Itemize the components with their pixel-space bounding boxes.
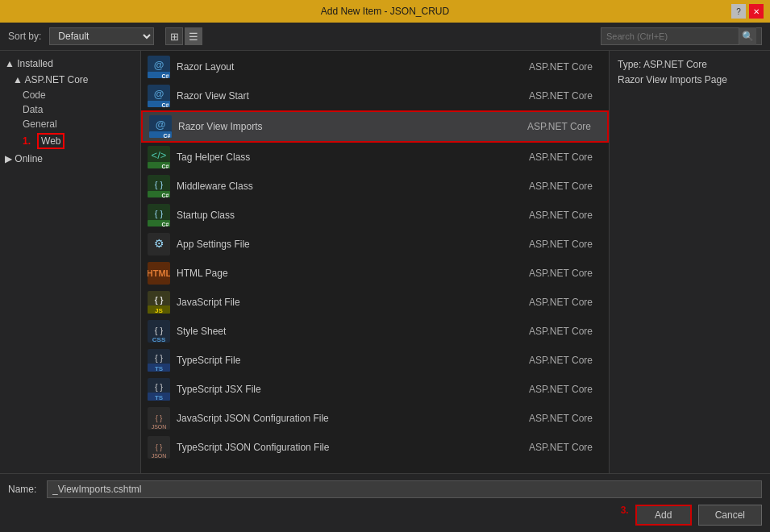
file-item-name: JavaScript JSON Configuration File (177, 413, 515, 424)
file-item-type: ASP.NET Core (522, 413, 602, 424)
svg-text:{ }: { } (155, 326, 164, 335)
file-item-type: ASP.NET Core (522, 61, 602, 73)
file-icon: </> C# (148, 146, 170, 168)
search-input[interactable] (601, 30, 739, 43)
sidebar-item-online[interactable]: ▶ Online (0, 151, 140, 167)
file-item-type: ASP.NET Core (522, 90, 602, 102)
sidebar-item-aspnet[interactable]: ▲ ASP.NET Core (0, 72, 140, 88)
list-item[interactable]: { } JS JavaScript FileASP.NET Core (141, 288, 609, 317)
svg-text:CSS: CSS (152, 336, 166, 343)
file-item-name: JavaScript File (177, 297, 515, 308)
svg-text:{ }: { } (156, 443, 163, 451)
file-item-name: TypeScript JSON Configuration File (177, 442, 515, 453)
svg-text:</>: </> (152, 149, 167, 161)
file-icon: { } JS (148, 291, 170, 314)
file-item-type: ASP.NET Core (522, 152, 602, 163)
file-item-type: ASP.NET Core (522, 268, 602, 279)
svg-text:TS: TS (155, 365, 164, 372)
file-item-type: ASP.NET Core (522, 181, 602, 192)
search-box: 🔍 (601, 27, 762, 45)
list-item[interactable]: { } C# Middleware ClassASP.NET Core (141, 172, 609, 201)
list-item[interactable]: @ C# Razor View ImportsASP.NET Core (141, 110, 609, 143)
file-icon: { } C# (148, 175, 170, 197)
aspnet-label: ▲ ASP.NET Core (13, 74, 88, 85)
list-item[interactable]: @ C# Razor View StartASP.NET Core (141, 81, 609, 110)
file-icon: ⚙ (148, 233, 170, 256)
online-label: ▶ Online (5, 153, 43, 164)
close-button[interactable]: ✕ (749, 4, 764, 19)
toolbar: Sort by: Default ⊞ ☰ 🔍 (0, 23, 770, 51)
list-item[interactable]: </> C# Tag Helper ClassASP.NET Core (141, 143, 609, 172)
svg-text:C#: C# (162, 164, 169, 168)
sidebar-item-data[interactable]: Data (0, 102, 140, 117)
sort-select[interactable]: Default (49, 27, 154, 45)
svg-text:@: @ (154, 88, 164, 100)
svg-text:⚙: ⚙ (154, 237, 164, 250)
content-area: ▲ Installed ▲ ASP.NET Core Code Data Gen… (0, 51, 770, 473)
file-item-name: TypeScript File (177, 355, 515, 366)
buttons-row: 3. Add Cancel (8, 505, 762, 526)
file-item-type: ASP.NET Core (522, 239, 602, 250)
svg-text:C#: C# (162, 222, 169, 227)
list-item[interactable]: { } TS TypeScript FileASP.NET Core (141, 346, 609, 375)
svg-text:JS: JS (155, 307, 163, 314)
svg-text:{ }: { } (155, 354, 163, 363)
file-icon: { } JSON (148, 407, 170, 430)
name-input[interactable] (47, 480, 762, 498)
file-item-name: App Settings File (177, 239, 515, 250)
svg-text:{ }: { } (155, 209, 164, 218)
list-item[interactable]: ⚙ App Settings FileASP.NET Core (141, 230, 609, 259)
svg-text:TS: TS (155, 394, 164, 401)
svg-text:{ }: { } (155, 296, 164, 305)
list-view-button[interactable]: ☰ (185, 27, 202, 45)
sidebar-item-general[interactable]: General (0, 117, 140, 131)
list-item[interactable]: HTML HTML PageASP.NET Core (141, 259, 609, 288)
title-bar: Add New Item - JSON_CRUD ? ✕ (0, 0, 770, 23)
search-icon-button[interactable]: 🔍 (739, 27, 756, 45)
grid-view-button[interactable]: ⊞ (165, 27, 183, 45)
svg-text:JSON: JSON (152, 453, 167, 459)
list-item[interactable]: { } CSS Style SheetASP.NET Core (141, 317, 609, 346)
sidebar-item-code[interactable]: Code (0, 88, 140, 102)
add-button[interactable]: Add (635, 505, 692, 526)
sidebar-item-web[interactable]: 1. Web (0, 131, 140, 151)
svg-text:{ }: { } (155, 383, 163, 392)
sidebar-item-installed[interactable]: ▲ Installed (0, 56, 140, 72)
list-item[interactable]: { } JSON TypeScript JSON Configuration F… (141, 433, 609, 462)
cancel-button[interactable]: Cancel (698, 505, 762, 526)
file-icon: @ C# (148, 85, 170, 107)
file-item-type: ASP.NET Core (522, 297, 602, 308)
right-panel-description: Razor View Imports Page (618, 73, 762, 87)
file-icon: { } CSS (148, 320, 170, 343)
file-icon: @ C# (148, 56, 170, 78)
file-item-name: Middleware Class (177, 181, 515, 192)
add-number-badge: 3. (621, 505, 629, 526)
file-icon: { } JSON (148, 436, 170, 459)
file-item-name: Style Sheet (177, 326, 515, 337)
name-label: Name: (8, 484, 40, 495)
svg-text:C#: C# (164, 133, 171, 138)
file-item-type: ASP.NET Core (522, 326, 602, 337)
name-row: Name: (8, 480, 762, 498)
dialog: Sort by: Default ⊞ ☰ 🔍 ▲ Installed ▲ ASP… (0, 23, 770, 532)
help-button[interactable]: ? (731, 4, 746, 19)
file-item-name: HTML Page (177, 268, 515, 279)
right-panel: Type: ASP.NET Core Razor View Imports Pa… (609, 51, 770, 473)
file-icon: { } TS (148, 349, 170, 372)
svg-text:@: @ (156, 118, 166, 131)
svg-text:@: @ (154, 59, 164, 71)
list-item[interactable]: @ C# Razor LayoutASP.NET Core (141, 52, 609, 81)
view-icons: ⊞ ☰ (165, 27, 202, 45)
svg-text:C#: C# (162, 193, 169, 197)
list-item[interactable]: { } C# Startup ClassASP.NET Core (141, 201, 609, 230)
file-item-name: Razor View Start (177, 90, 515, 102)
list-item[interactable]: { } JSON JavaScript JSON Configuration F… (141, 404, 609, 433)
list-item[interactable]: { } TS TypeScript JSX FileASP.NET Core (141, 375, 609, 404)
web-label: Web (37, 133, 65, 149)
file-icon: HTML (148, 262, 170, 285)
svg-text:{ }: { } (155, 180, 164, 189)
file-item-name: TypeScript JSX File (177, 384, 515, 395)
file-item-name: Razor View Imports (178, 121, 514, 132)
sidebar: ▲ Installed ▲ ASP.NET Core Code Data Gen… (0, 51, 141, 473)
file-item-type: ASP.NET Core (522, 442, 602, 453)
